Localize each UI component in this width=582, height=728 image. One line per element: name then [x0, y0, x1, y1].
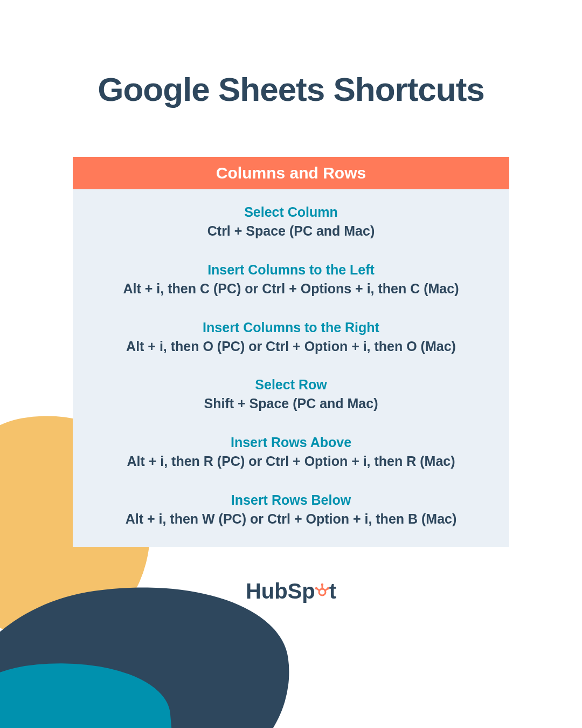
shortcut-keys: Shift + Space (PC and Mac) [89, 395, 493, 413]
shortcut-keys: Alt + i, then O (PC) or Ctrl + Option + … [89, 338, 493, 356]
hubspot-logo: HubSp t [0, 579, 582, 603]
shortcut-keys: Alt + i, then R (PC) or Ctrl + Option + … [89, 452, 493, 471]
svg-point-6 [315, 587, 317, 589]
shortcut-item: Select Row Shift + Space (PC and Mac) [89, 377, 493, 413]
svg-point-4 [321, 583, 323, 586]
svg-point-5 [327, 587, 329, 589]
shortcut-title: Insert Columns to the Right [89, 320, 493, 335]
shortcuts-card: Columns and Rows Select Column Ctrl + Sp… [73, 157, 509, 547]
shortcut-keys: Alt + i, then W (PC) or Ctrl + Option + … [89, 510, 493, 528]
sprocket-icon [314, 580, 330, 596]
shortcut-item: Insert Rows Above Alt + i, then R (PC) o… [89, 435, 493, 471]
card-header: Columns and Rows [73, 157, 509, 189]
shortcut-title: Select Column [89, 204, 493, 220]
logo-text-prefix: HubSp [246, 579, 315, 603]
shortcut-keys: Alt + i, then C (PC) or Ctrl + Options +… [89, 280, 493, 298]
shortcut-title: Insert Rows Below [89, 492, 493, 508]
shortcut-item: Insert Columns to the Right Alt + i, the… [89, 320, 493, 356]
shortcut-keys: Ctrl + Space (PC and Mac) [89, 222, 493, 241]
shortcut-item: Insert Columns to the Left Alt + i, then… [89, 262, 493, 298]
page-title: Google Sheets Shortcuts [73, 70, 509, 108]
card-body: Select Column Ctrl + Space (PC and Mac) … [73, 189, 509, 547]
svg-point-0 [319, 589, 325, 595]
shortcut-item: Select Column Ctrl + Space (PC and Mac) [89, 204, 493, 241]
shortcut-title: Insert Rows Above [89, 435, 493, 450]
shortcut-item: Insert Rows Below Alt + i, then W (PC) o… [89, 492, 493, 528]
shortcut-title: Select Row [89, 377, 493, 393]
shortcut-title: Insert Columns to the Left [89, 262, 493, 278]
